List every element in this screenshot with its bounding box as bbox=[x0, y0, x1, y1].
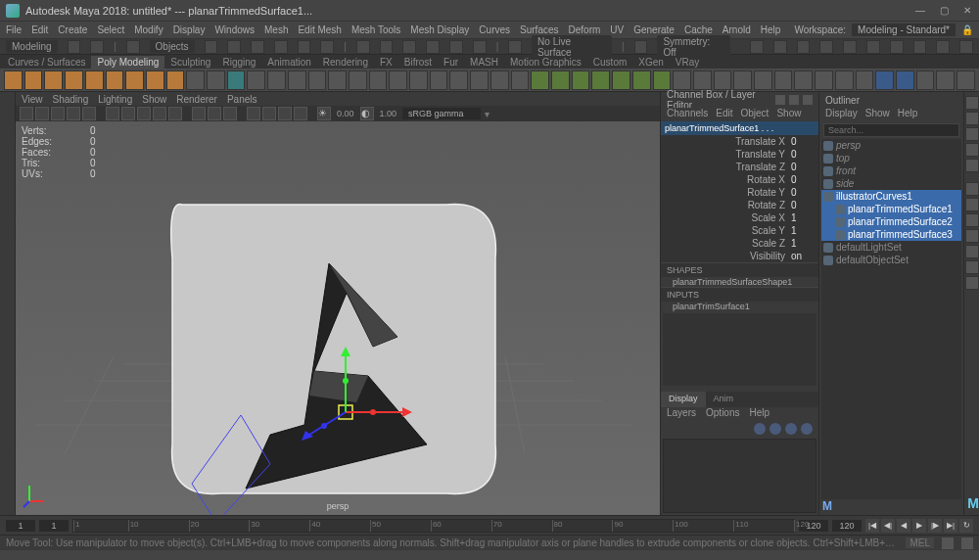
shelf-button[interactable] bbox=[207, 70, 225, 90]
menu-help[interactable]: Help bbox=[761, 24, 781, 35]
time-slider[interactable]: 1102030405060708090100110120 bbox=[72, 519, 795, 533]
toolbar-icon[interactable] bbox=[298, 40, 311, 54]
vp-icon[interactable] bbox=[121, 107, 135, 120]
menu-edit[interactable]: Edit bbox=[31, 24, 48, 35]
shelf-button[interactable] bbox=[591, 70, 610, 90]
channel-node[interactable]: planarTrimmedSurface1 . . . bbox=[661, 121, 818, 135]
live-surface[interactable]: No Live Surface bbox=[532, 35, 612, 59]
channel-attr-row[interactable]: Scale Z1 bbox=[661, 237, 818, 250]
lock-icon[interactable]: 🔒 bbox=[961, 24, 973, 35]
outliner-item[interactable]: top bbox=[821, 152, 961, 164]
shelf-button[interactable] bbox=[815, 70, 833, 90]
script-icon[interactable] bbox=[961, 537, 973, 549]
toolbar-icon[interactable] bbox=[773, 40, 787, 54]
toolbar-icon[interactable] bbox=[936, 40, 950, 54]
menu-generate[interactable]: Generate bbox=[633, 24, 675, 35]
shelf-button[interactable] bbox=[186, 70, 205, 90]
outliner-item[interactable]: persp bbox=[821, 139, 961, 152]
exposure-icon[interactable]: ☀ bbox=[317, 107, 331, 120]
shelf-button[interactable] bbox=[733, 70, 752, 90]
minimize-button[interactable]: — bbox=[914, 5, 926, 16]
shelf-button[interactable] bbox=[44, 70, 63, 90]
shelf-tab[interactable]: Motion Graphics bbox=[504, 56, 587, 69]
shelf-button[interactable] bbox=[85, 70, 104, 90]
layout-icon[interactable] bbox=[965, 276, 979, 290]
ch-menu-item[interactable]: Edit bbox=[716, 108, 732, 121]
vp-icon[interactable] bbox=[262, 107, 276, 120]
layer-icon[interactable] bbox=[801, 423, 813, 435]
move-tool-icon[interactable] bbox=[965, 127, 979, 141]
outliner-search[interactable] bbox=[823, 123, 959, 137]
rotate-tool-icon[interactable] bbox=[965, 143, 979, 157]
toolbar-icon[interactable] bbox=[320, 40, 334, 54]
layer-icon[interactable] bbox=[754, 423, 766, 435]
layer-list[interactable] bbox=[663, 439, 816, 513]
panel-icon[interactable] bbox=[803, 95, 813, 105]
shelf-tab[interactable]: Animation bbox=[261, 56, 316, 69]
outliner-item[interactable]: illustratorCurves1 bbox=[821, 190, 961, 203]
shelf-tab[interactable]: Sculpting bbox=[164, 56, 216, 69]
vp-icon[interactable] bbox=[67, 107, 80, 120]
shelf-button[interactable] bbox=[430, 70, 448, 90]
shelf-tab[interactable]: Fur bbox=[438, 56, 464, 69]
shelf-button[interactable] bbox=[369, 70, 388, 90]
play-fwd-button[interactable]: ▶ bbox=[912, 519, 926, 533]
shelf-button[interactable] bbox=[835, 70, 854, 90]
workspace-dropdown[interactable]: Modeling - Standard* bbox=[852, 23, 956, 36]
shelf-button[interactable] bbox=[328, 70, 347, 90]
step-fwd-button[interactable]: |▶ bbox=[928, 519, 942, 533]
vp-icon[interactable] bbox=[153, 107, 166, 120]
toolbar-icon[interactable] bbox=[797, 40, 811, 54]
vp-icon[interactable] bbox=[20, 107, 33, 120]
layer-icon[interactable] bbox=[785, 423, 797, 435]
snap-icon[interactable] bbox=[356, 40, 370, 54]
shelf-button[interactable] bbox=[166, 70, 185, 90]
shelf-button[interactable] bbox=[673, 70, 691, 90]
menu-windows[interactable]: Windows bbox=[214, 24, 255, 35]
shelf-button[interactable] bbox=[409, 70, 428, 90]
vp-icon[interactable] bbox=[278, 107, 292, 120]
script-icon[interactable] bbox=[942, 537, 954, 549]
shelf-button[interactable] bbox=[470, 70, 489, 90]
shelf-button[interactable] bbox=[349, 70, 367, 90]
vp-menu-item[interactable]: Renderer bbox=[176, 94, 217, 105]
menu-deform[interactable]: Deform bbox=[569, 24, 601, 35]
shape-node[interactable]: planarTrimmedSurfaceShape1 bbox=[661, 277, 818, 287]
outliner-item[interactable]: defaultLightSet bbox=[821, 241, 961, 254]
toolbar-icon[interactable] bbox=[126, 40, 140, 54]
layout-icon[interactable] bbox=[965, 198, 979, 211]
outliner-menu-item[interactable]: Help bbox=[898, 108, 918, 121]
shelf-button[interactable] bbox=[4, 70, 23, 90]
menu-edit-mesh[interactable]: Edit Mesh bbox=[298, 24, 341, 35]
menu-mesh[interactable]: Mesh bbox=[264, 24, 288, 35]
lasso-tool-icon[interactable] bbox=[965, 112, 979, 125]
menu-cache[interactable]: Cache bbox=[684, 24, 713, 35]
shelf-button[interactable] bbox=[531, 70, 549, 90]
menu-select[interactable]: Select bbox=[97, 24, 124, 35]
ch-menu-item[interactable]: Channels bbox=[667, 108, 708, 121]
outliner-item[interactable]: planarTrimmedSurface2 bbox=[821, 215, 961, 228]
shelf-button[interactable] bbox=[227, 70, 246, 90]
shelf-tab[interactable]: Rendering bbox=[317, 56, 374, 69]
toolbar-icon[interactable] bbox=[274, 40, 288, 54]
menu-file[interactable]: File bbox=[6, 24, 22, 35]
shelf-button[interactable] bbox=[774, 70, 793, 90]
layout-icon[interactable] bbox=[965, 182, 979, 196]
toolbar-icon[interactable] bbox=[68, 40, 81, 54]
shelf-button[interactable] bbox=[632, 70, 651, 90]
channel-attr-row[interactable]: Scale X1 bbox=[661, 211, 818, 224]
goto-start-button[interactable]: |◀ bbox=[865, 519, 879, 533]
input-node[interactable]: planarTrimSurface1 bbox=[661, 302, 818, 311]
menu-modify[interactable]: Modify bbox=[134, 24, 163, 35]
end-frame[interactable]: 120 bbox=[832, 520, 862, 532]
vp-icon[interactable] bbox=[106, 107, 119, 120]
panel-icon[interactable] bbox=[775, 95, 785, 105]
shelf-button[interactable] bbox=[308, 70, 327, 90]
layer-menu-item[interactable]: Options bbox=[706, 407, 739, 421]
step-back-button[interactable]: ◀| bbox=[881, 519, 895, 533]
outliner-item[interactable]: planarTrimmedSurface1 bbox=[821, 203, 961, 215]
start-frame[interactable]: 1 bbox=[6, 520, 35, 532]
vp-icon[interactable] bbox=[35, 107, 49, 120]
menu-display[interactable]: Display bbox=[173, 24, 206, 35]
vp-menu-item[interactable]: Lighting bbox=[98, 94, 132, 105]
